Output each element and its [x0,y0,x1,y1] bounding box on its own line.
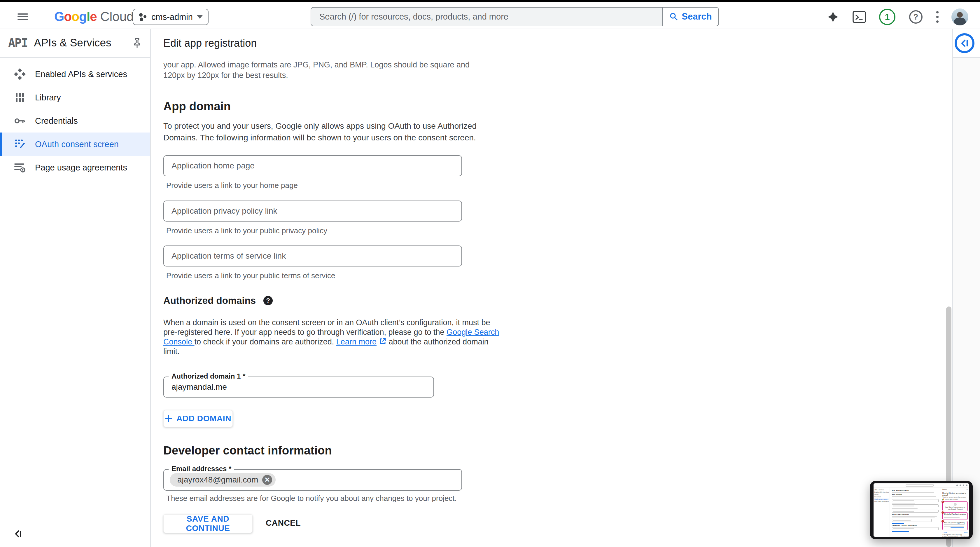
pip-mini-sidebar: APIs & Services Enabled APIs & services … [873,488,890,537]
save-and-continue-label: SAVE AND CONTINUE [164,514,252,533]
logo-letter: e [90,10,97,24]
email-helper: These email addresses are for Google to … [166,494,457,503]
sidebar-item-library[interactable]: Library [0,86,150,109]
more-options-icon[interactable] [936,11,939,23]
logo-help-text: your app. Allowed image formats are JPG,… [163,59,469,81]
pip-consent-actions: Cancel More [943,531,967,533]
google-cloud-console: Google Cloud cms-admin Search [0,0,980,547]
application-home-page-field [163,155,462,176]
logo-letter: G [54,10,64,24]
logo-letter: l [87,10,90,24]
menu-icon[interactable] [18,12,29,22]
google-search-console-link[interactable]: Console [163,337,194,346]
terms-of-service-field [163,246,462,266]
pip-mini-form: Edit app registration App domain Authori… [890,488,940,537]
pip-mini-topbar [873,483,969,488]
authorized-domain-1-label: Authorized domain 1 * [169,372,248,380]
pip-preview-window[interactable]: APIs & Services Enabled APIs & services … [870,481,973,539]
edit-app-registration-form: your app. Allowed image formats are JPG,… [151,57,952,547]
logo-letter: o [64,10,72,24]
home-page-helper: Provide users a link to your home page [166,181,298,190]
plus-icon [165,415,172,423]
pin-icon[interactable] [132,37,142,48]
open-learn-panel-button[interactable] [955,33,974,53]
mini-text-bar [875,486,887,486]
privacy-policy-input[interactable] [164,201,461,221]
project-icon [138,12,147,22]
global-search: Search [310,7,719,26]
terms-of-service-input[interactable] [164,246,461,266]
key-icon [14,117,25,125]
sidebar-item-label: Credentials [35,116,78,126]
authorized-domains-help-icon[interactable]: ? [263,296,273,305]
external-link-icon [379,337,387,345]
pip-question: How is this info presented to users? [942,492,968,496]
search-input[interactable] [311,8,662,26]
pip-consent-box-1: 1 [App Name] wants access to your Google… [942,501,968,511]
sidebar-item-label: OAuth consent screen [35,140,119,149]
right-gutter [953,58,980,547]
email-addresses-field: Email addresses * ajayrox48@gmail.com ✕ [163,469,462,491]
sidebar-menu: Enabled APIs & services Library Credenti… [0,62,150,179]
project-selector[interactable]: cms-admin [133,9,208,25]
chevron-down-icon [197,15,203,19]
notification-count: 1 [879,9,896,25]
avatar [951,8,968,26]
pip-note-body: A logo is recommended, but it is not req… [942,536,968,537]
remove-email-icon[interactable]: ✕ [262,475,272,485]
oauth-consent-icon [14,139,25,150]
email-chip-text: ajayrox48@gmail.com [177,475,258,485]
svg-text:?: ? [913,13,918,21]
pip-learn-title: Learn [942,488,947,490]
google-cloud-logo[interactable]: Google Cloud [54,10,134,24]
email-chip[interactable]: ajayrox48@gmail.com ✕ [170,473,275,486]
sidebar-item-credentials[interactable]: Credentials [0,109,150,132]
cloud-shell-icon[interactable] [852,11,866,23]
collapse-sidebar-icon[interactable] [13,529,23,539]
pip-signin-row: Sign in with Google [942,499,968,500]
add-domain-label: ADD DOMAIN [177,414,231,423]
cancel-button[interactable]: CANCEL [266,518,301,528]
search-button[interactable]: Search [662,8,718,26]
sidebar-item-page-usage-agreements[interactable]: Page usage agreements [0,156,150,179]
sidebar-item-label: Page usage agreements [35,163,127,172]
app-bar-actions: 1 ? [827,8,968,26]
authorized-domains-heading: Authorized domains ? [163,295,273,306]
pip-consent-box-2: 2 Select what [App Name] can access [942,512,968,520]
application-home-page-input[interactable] [164,156,461,176]
notifications-badge[interactable]: 1 [879,9,896,25]
sidebar-item-label: Library [35,93,61,102]
agreements-icon [14,162,25,173]
pip-screen: APIs & Services Enabled APIs & services … [873,483,969,537]
app-domain-description: To protect you and your users, Google on… [163,120,477,144]
account-avatar[interactable] [951,8,968,26]
email-addresses-label: Email addresses * [169,465,234,473]
sidebar: API APIs & Services Enabled APIs & servi… [0,29,151,547]
logo-letter: o [72,10,79,24]
add-domain-button[interactable]: ADD DOMAIN [163,410,233,427]
authorized-domains-description: When a domain is used on the consent scr… [163,318,499,356]
pip-subtitle: This is the consent screen that users se… [942,496,968,498]
learn-more-link[interactable]: Learn more [336,337,377,346]
right-divider [952,29,953,547]
pip-consent-box-3: 3 Make sure you trust [App Name] [942,521,968,530]
pip-mini-search [905,484,934,486]
sidebar-item-oauth-consent-screen[interactable]: OAuth consent screen [0,132,150,156]
terms-of-service-helper: Provide users a link to your public term… [166,271,335,280]
gemini-sparkle-icon[interactable] [827,11,839,23]
library-icon [14,92,25,103]
pip-mini-icons [956,485,967,486]
help-icon[interactable]: ? [908,10,923,24]
pip-close-icon: ✕ [966,488,968,490]
developer-contact-heading: Developer contact information [163,444,332,457]
content-header: Edit app registration [151,29,952,57]
sidebar-item-enabled-apis[interactable]: Enabled APIs & services [0,62,150,86]
save-and-continue-button[interactable]: SAVE AND CONTINUE [163,514,253,533]
page-title: Edit app registration [163,37,257,49]
google-search-console-link[interactable]: Google Search [447,328,499,336]
privacy-policy-field [163,201,462,222]
api-product-icon: API [8,36,27,49]
pip-learn-panel: Learn ✕ How is this info presented to us… [940,488,969,537]
search-button-label: Search [682,11,712,22]
app-domain-heading: App domain [163,100,231,113]
